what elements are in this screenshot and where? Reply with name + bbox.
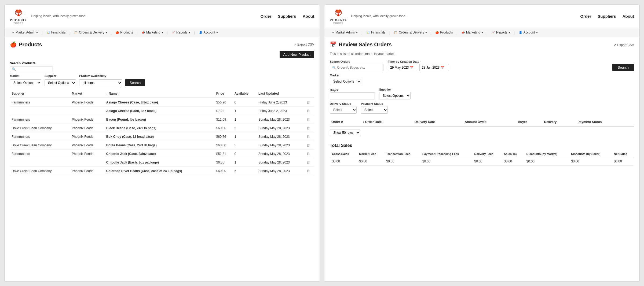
right-admin-products[interactable]: 🍎 Products bbox=[433, 30, 455, 35]
left-title-row: 🍎 Products ↗ Export CSV bbox=[10, 41, 314, 48]
cell-available: 1 bbox=[233, 107, 257, 115]
left-admin-products[interactable]: 🍎 Products bbox=[113, 30, 135, 35]
cell-delete[interactable]: 🗑 bbox=[305, 115, 314, 124]
left-admin-marketing[interactable]: 📣 Marketing ▾ bbox=[139, 30, 165, 35]
left-admin-market-admin[interactable]: ✂ Market Admin ▾ bbox=[10, 30, 40, 35]
market-filter-group: Market Select Options bbox=[10, 74, 41, 86]
cell-available: 1 bbox=[233, 115, 257, 124]
availability-select[interactable]: all items bbox=[79, 79, 122, 86]
right-admin-orders[interactable]: 📋 Orders & Delivery ▾ bbox=[392, 30, 429, 35]
right-nav-order[interactable]: Order bbox=[580, 14, 591, 18]
left-admin-orders[interactable]: 📋 Orders & Delivery ▾ bbox=[72, 30, 109, 35]
col-name: ↓ Name bbox=[105, 90, 215, 98]
left-nav-order[interactable]: Order bbox=[260, 14, 271, 18]
right-sep-5: | bbox=[486, 31, 488, 35]
delete-icon[interactable]: 🗑 bbox=[306, 109, 310, 113]
left-logo-sub: FOODS bbox=[13, 22, 23, 24]
totals-table: Gross SalesMarket FeesTransaction FeesPa… bbox=[330, 151, 634, 166]
orders-supplier-select[interactable]: Select Options bbox=[379, 92, 411, 99]
left-admin-financials[interactable]: 📊 Financials bbox=[44, 30, 68, 35]
left-nav-suppliers[interactable]: Suppliers bbox=[278, 14, 296, 18]
right-admin-reports[interactable]: 📈 Reports ▾ bbox=[489, 30, 512, 35]
delete-icon[interactable]: 🗑 bbox=[306, 135, 310, 139]
delete-icon[interactable]: 🗑 bbox=[306, 117, 310, 121]
order-search-input[interactable] bbox=[337, 66, 381, 69]
cell-name: Chipotle Jack (Case, 8/8oz case) bbox=[105, 150, 215, 158]
apple-icon: 🍎 bbox=[115, 31, 119, 34]
cell-price: $12.08 bbox=[215, 115, 233, 124]
right-nav-about[interactable]: About bbox=[623, 14, 634, 18]
products-table: Supplier Market ↓ Name Price Available L… bbox=[10, 90, 314, 175]
cell-delete[interactable]: 🗑 bbox=[305, 107, 314, 115]
chevron-down-icon-3: ▾ bbox=[162, 31, 163, 34]
col-market: Market bbox=[70, 90, 105, 98]
orders-search-btn[interactable]: Search bbox=[612, 64, 634, 71]
orders-search-group: Search Orders 🔍 bbox=[330, 60, 383, 71]
cell-last-updated: Sunday May 28, 2023 bbox=[257, 132, 305, 141]
filter-row: Market Select Options Supplier Select Op… bbox=[10, 74, 314, 86]
delivery-status-select[interactable]: Select bbox=[330, 106, 357, 114]
right-admin-marketing[interactable]: 📣 Marketing ▾ bbox=[459, 30, 485, 35]
col-price: Price bbox=[215, 90, 233, 98]
table-row: Asiago Cheese (Each, 8oz block) $7.22 1 … bbox=[10, 107, 314, 115]
chevron-down-icon-2: ▾ bbox=[105, 31, 107, 34]
left-export-csv-btn[interactable]: ↗ Export CSV bbox=[294, 43, 314, 46]
total-sales-title: Total Sales bbox=[330, 143, 634, 148]
add-new-product-btn[interactable]: Add New Product bbox=[280, 51, 314, 58]
right-account-icon: 👤 bbox=[519, 31, 522, 34]
left-admin-reports[interactable]: 📈 Reports ▾ bbox=[169, 30, 192, 35]
table-row: Dove Creek Bean Company Phoenix Foods Bl… bbox=[10, 124, 314, 132]
nav-sep-3: | bbox=[110, 31, 112, 35]
delete-icon[interactable]: 🗑 bbox=[306, 126, 310, 130]
cell-last-updated: Sunday May 28, 2023 bbox=[257, 150, 305, 158]
nav-sep-6: | bbox=[193, 31, 195, 35]
right-admin-financials[interactable]: 📊 Financials bbox=[364, 30, 388, 35]
delete-icon[interactable]: 🗑 bbox=[306, 160, 310, 164]
payment-status-select[interactable]: Select bbox=[361, 106, 388, 114]
right-logo: PHOENIX FOODS bbox=[330, 8, 347, 24]
orders-market-label: Market bbox=[330, 74, 361, 77]
right-export-icon: ↗ bbox=[613, 43, 616, 47]
delete-icon[interactable]: 🗑 bbox=[306, 100, 310, 104]
cell-delete[interactable]: 🗑 bbox=[305, 132, 314, 141]
products-title-icon: 🍎 bbox=[10, 41, 17, 48]
right-admin-nav: ✂ Market Admin ▾ | 📊 Financials | 📋 Orde… bbox=[324, 28, 639, 37]
right-chevron-1: ▾ bbox=[356, 31, 358, 34]
orders-market-select[interactable]: Select Options bbox=[330, 78, 361, 85]
cell-delete[interactable]: 🗑 bbox=[305, 141, 314, 150]
left-admin-account[interactable]: 👤 Account ▾ bbox=[197, 30, 220, 35]
chevron-down-icon-4: ▾ bbox=[189, 31, 190, 34]
date-to-input[interactable]: 28 Jun 2023 📅 bbox=[419, 64, 449, 71]
search-input-wrap: 🔍 bbox=[10, 66, 53, 72]
cell-delete[interactable]: 🗑 bbox=[305, 158, 314, 167]
cell-price: $60.00 bbox=[215, 124, 233, 132]
show-rows-select[interactable]: Show 50 rows bbox=[330, 129, 360, 136]
delete-icon[interactable]: 🗑 bbox=[306, 143, 310, 147]
orders-buyer-input[interactable] bbox=[330, 92, 375, 99]
cell-supplier: Dove Creek Bean Company bbox=[10, 167, 70, 175]
date-from-input[interactable]: 29 May 2023 📅 bbox=[388, 64, 417, 71]
delete-icon[interactable]: 🗑 bbox=[306, 169, 310, 173]
cell-supplier: Dove Creek Bean Company bbox=[10, 141, 70, 150]
right-admin-market-admin[interactable]: ✂ Market Admin ▾ bbox=[330, 30, 360, 35]
cell-delete[interactable]: 🗑 bbox=[305, 98, 314, 107]
orders-table: Order # ↓ Order Date Delivery Date Amoun… bbox=[330, 118, 634, 127]
chart-icon: 📊 bbox=[46, 31, 50, 34]
search-products-input[interactable] bbox=[16, 67, 51, 71]
delete-icon[interactable]: 🗑 bbox=[306, 152, 310, 156]
cell-delete[interactable]: 🗑 bbox=[305, 167, 314, 175]
left-nav-about[interactable]: About bbox=[303, 14, 314, 18]
cell-delete[interactable]: 🗑 bbox=[305, 124, 314, 132]
megaphone-icon: 📣 bbox=[141, 31, 145, 34]
totals-val-5: $0.00 bbox=[502, 157, 524, 166]
market-select[interactable]: Select Options bbox=[10, 79, 41, 86]
right-nav-suppliers[interactable]: Suppliers bbox=[598, 14, 616, 18]
cell-supplier: Farmrunners bbox=[10, 115, 70, 124]
supplier-select[interactable]: Select Options bbox=[45, 79, 76, 86]
products-search-btn[interactable]: Search bbox=[125, 79, 145, 86]
cell-delete[interactable]: 🗑 bbox=[305, 150, 314, 158]
order-search-icon: 🔍 bbox=[332, 66, 336, 69]
cell-name: Bolita Beans (Case, 24/1 lb bags) bbox=[105, 141, 215, 150]
right-admin-account[interactable]: 👤 Account ▾ bbox=[517, 30, 540, 35]
right-export-csv-btn[interactable]: ↗ Export CSV bbox=[613, 43, 634, 47]
